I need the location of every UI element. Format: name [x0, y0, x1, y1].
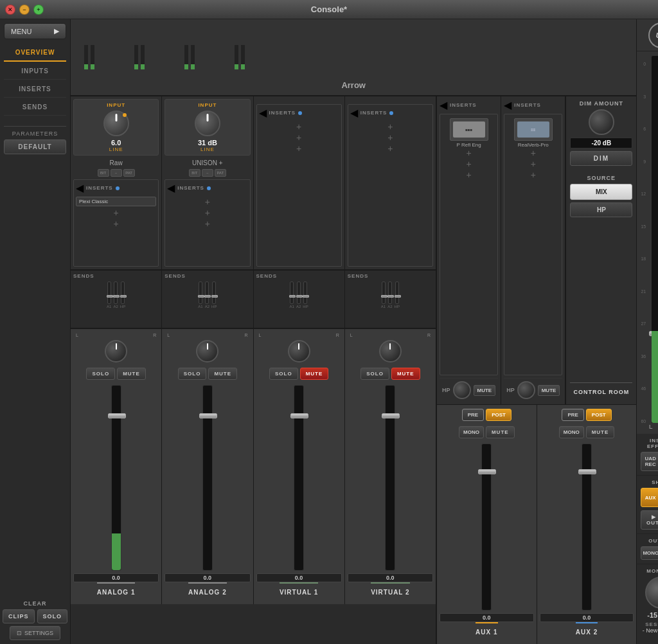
aux1-hp-mute[interactable]: MUTE	[474, 385, 496, 396]
mute-button-ch3[interactable]: MUTE	[300, 368, 329, 380]
sidebar-bottom: CLEAR CLIPS SOLO ⊡ SETTINGS	[4, 600, 66, 640]
channel-tab-virtual1[interactable]: VIRTUAL 1	[280, 582, 319, 600]
fader-track-ch4[interactable]	[385, 385, 395, 571]
aux-tab-1[interactable]: AUX 1	[476, 622, 497, 640]
mute-button-aux1[interactable]: MUTE	[486, 426, 515, 438]
mix-button[interactable]: MIX	[570, 184, 632, 200]
aux1-plus3[interactable]: +	[443, 170, 495, 181]
btn-phase-a1[interactable]: ~	[111, 169, 122, 177]
fader-thumb-aux1[interactable]	[478, 469, 496, 474]
sidebar-item-inserts[interactable]: INSERTS	[4, 81, 66, 98]
aux1-plus2[interactable]: +	[443, 159, 495, 170]
send-track-hp-ch1[interactable]	[121, 282, 125, 304]
menu-button[interactable]: MENU ▶	[4, 23, 66, 39]
insert-plus3-v2[interactable]: +	[350, 143, 431, 154]
aux1-plugin1[interactable]: ■■■	[450, 118, 488, 141]
aux2-hp-knob[interactable]	[517, 381, 535, 399]
pre-button-aux1[interactable]: PRE	[462, 409, 484, 421]
insert-plus2-v2[interactable]: +	[350, 132, 431, 143]
fader-track-aux2[interactable]	[582, 443, 592, 611]
insert-plus-a1[interactable]: +	[76, 208, 156, 219]
fader-track-aux1[interactable]	[481, 443, 492, 611]
window-controls[interactable]: ✕ − +	[5, 4, 44, 15]
insert-plus-a2[interactable]: +	[167, 197, 247, 208]
mono-button-aux2[interactable]: MONO	[559, 426, 584, 438]
fader-track-ch1[interactable]	[111, 385, 121, 571]
fader-thumb-aux2[interactable]	[578, 469, 596, 474]
channel-tab-analog1[interactable]: ANALOG 1	[97, 582, 136, 600]
fader-thumb-ch3[interactable]	[290, 413, 308, 418]
aux-tab-2[interactable]: AUX 2	[576, 622, 598, 640]
post-button-aux1[interactable]: POST	[486, 409, 511, 421]
solo-button[interactable]: SOLO	[37, 609, 68, 623]
mono-button-aux1[interactable]: MONO	[459, 426, 484, 438]
mute-button-aux2[interactable]: MUTE	[586, 426, 615, 438]
btn-pat-a1[interactable]: PAT	[123, 169, 135, 177]
pan-knob-ch1[interactable]	[105, 340, 127, 362]
close-button[interactable]: ✕	[5, 4, 15, 15]
pan-knob-ch3[interactable]	[288, 340, 310, 362]
pan-knob-ch2[interactable]	[196, 340, 218, 362]
btn-bit-a2[interactable]: BIT	[189, 169, 200, 177]
solo-button-ch2[interactable]: SOLO	[178, 368, 207, 380]
btn-pat-a2[interactable]: PAT	[215, 169, 226, 177]
aux-show-button[interactable]: AUX	[641, 488, 658, 507]
aux1-plus1[interactable]: +	[443, 148, 495, 159]
send-track-a2-ch1[interactable]	[114, 282, 118, 304]
sidebar-item-sends[interactable]: SENDS	[4, 99, 66, 116]
fader-track-ch2[interactable]	[202, 385, 213, 571]
aux2-plugin1[interactable]: ≡≡	[514, 118, 553, 141]
post-button-aux2[interactable]: POST	[586, 409, 612, 421]
input-knob-a1[interactable]	[103, 111, 129, 136]
settings-button[interactable]: ⊡ SETTINGS	[10, 626, 60, 640]
aux2-plus2[interactable]: +	[507, 159, 559, 170]
uad-rec-button[interactable]: UAD REC	[641, 452, 658, 471]
insert-plus2-a1[interactable]: +	[76, 219, 156, 229]
aux2-inserts: ≡≡ RealVerb-Pro + + +	[504, 114, 562, 375]
channel-tab-analog2[interactable]: ANALOG 2	[188, 582, 227, 600]
solo-button-ch4[interactable]: SOLO	[360, 368, 389, 380]
insert-plugin-a1[interactable]: Plexi Classic	[76, 197, 156, 206]
inserts-a2: ◀ INSERTS + + +	[164, 179, 250, 267]
mute-button-ch4[interactable]: MUTE	[391, 368, 420, 380]
clips-button[interactable]: CLIPS	[3, 609, 35, 623]
pre-button-aux2[interactable]: PRE	[562, 409, 583, 421]
master-fader-l[interactable]	[651, 55, 658, 424]
input-knob-a2[interactable]	[195, 111, 220, 136]
fader-thumb-ch2[interactable]	[199, 413, 217, 418]
aux2-plus1[interactable]: +	[507, 148, 559, 159]
channel-tab-virtual2[interactable]: VIRTUAL 2	[371, 582, 410, 600]
cue-outputs-button[interactable]: ▶ CUE OUTPUTS	[641, 510, 658, 530]
aux2-hp-mute[interactable]: MUTE	[538, 385, 560, 396]
fader-track-ch3[interactable]	[294, 385, 304, 571]
mono-output-button[interactable]: MONO	[641, 546, 658, 560]
insert-plus3-v1[interactable]: +	[259, 143, 339, 154]
minimize-button[interactable]: −	[19, 4, 30, 15]
maximize-button[interactable]: +	[33, 4, 44, 15]
solo-button-ch3[interactable]: SOLO	[269, 368, 298, 380]
sidebar-item-overview[interactable]: OVERVIEW	[4, 44, 66, 62]
btn-bit-a1[interactable]: BIT	[98, 169, 109, 177]
default-button[interactable]: DEFAULT	[4, 139, 66, 154]
mute-button-ch2[interactable]: MUTE	[208, 368, 237, 380]
aux1-hp-knob[interactable]	[453, 381, 471, 399]
solo-button-ch1[interactable]: SOLO	[86, 368, 115, 380]
fader-thumb-ch1[interactable]	[108, 413, 126, 418]
send-track-a1-ch1[interactable]	[107, 282, 111, 304]
insert-plus2-a2[interactable]: +	[167, 208, 247, 219]
btn-phase-a2[interactable]: ~	[202, 169, 213, 177]
aux2-plus3[interactable]: +	[507, 170, 559, 181]
insert-plus-v1[interactable]: +	[259, 121, 339, 132]
insert-plus2-v1[interactable]: +	[259, 132, 339, 143]
monitor-knob[interactable]	[645, 577, 658, 609]
mute-button-ch1[interactable]: MUTE	[117, 368, 146, 380]
insert-plus-v2[interactable]: +	[350, 121, 431, 132]
sidebar-item-inputs[interactable]: INPUTS	[4, 63, 66, 80]
insert-plus3-a2[interactable]: +	[167, 219, 247, 229]
hp-source-button[interactable]: HP	[570, 202, 632, 217]
pan-knob-ch4[interactable]	[379, 340, 402, 362]
dim-knob[interactable]	[589, 109, 614, 135]
fader-thumb-ch4[interactable]	[382, 413, 400, 418]
mono-mute-aux1: MONO MUTE	[459, 426, 515, 438]
dim-button[interactable]: DIM	[570, 151, 632, 166]
